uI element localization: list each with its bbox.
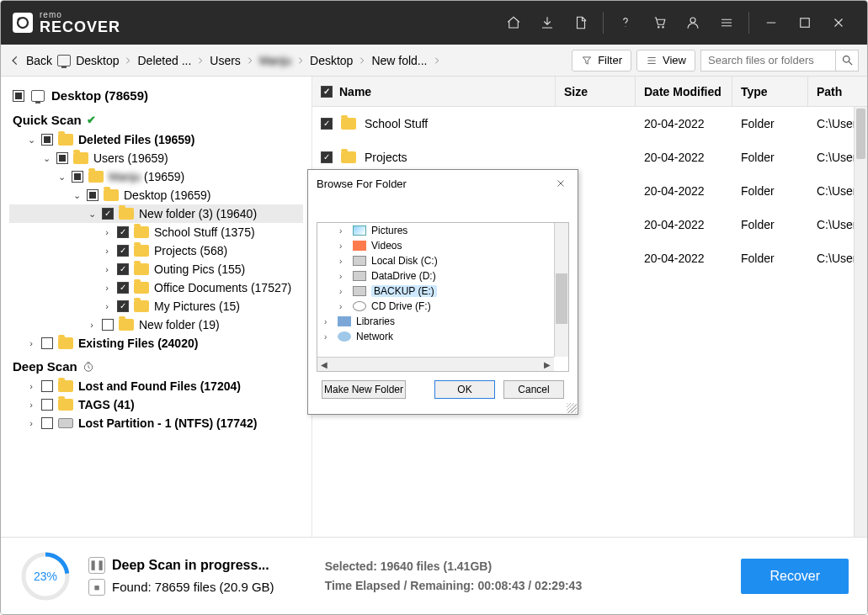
breadcrumb-item[interactable]: Users bbox=[210, 54, 241, 67]
expand-toggle[interactable]: › bbox=[26, 400, 36, 410]
download-icon[interactable] bbox=[530, 1, 564, 45]
row-checkbox[interactable] bbox=[321, 118, 333, 130]
cancel-button[interactable]: Cancel bbox=[503, 380, 564, 399]
vertical-scrollbar[interactable] bbox=[854, 107, 867, 538]
expand-toggle[interactable]: › bbox=[102, 246, 112, 256]
node-checkbox[interactable] bbox=[117, 245, 129, 257]
expand-arrow-icon[interactable]: › bbox=[339, 302, 348, 311]
tree-node[interactable]: ›Outing Pics (155) bbox=[9, 260, 303, 278]
tree-node[interactable]: ⌄Manju (19659) bbox=[9, 167, 303, 186]
dialog-title-bar[interactable]: Browse For Folder bbox=[308, 170, 578, 197]
dialog-tree-item[interactable]: ›Libraries bbox=[317, 314, 568, 329]
expand-toggle[interactable]: › bbox=[102, 264, 112, 274]
tree-node[interactable]: ›TAGS (41) bbox=[9, 395, 303, 414]
expand-toggle[interactable]: ⌄ bbox=[56, 172, 67, 183]
expand-toggle[interactable]: ⌄ bbox=[41, 153, 51, 164]
cart-icon[interactable] bbox=[642, 1, 676, 45]
tree-node[interactable]: ⌄Users (19659) bbox=[9, 149, 303, 167]
dialog-tree-item[interactable]: ›Local Disk (C:) bbox=[317, 253, 568, 268]
expand-toggle[interactable]: › bbox=[26, 418, 36, 428]
expand-arrow-icon[interactable]: › bbox=[339, 272, 348, 281]
dialog-tree-item[interactable]: ›DataDrive (D:) bbox=[317, 268, 568, 284]
tree-node[interactable]: ›Office Documents (17527) bbox=[9, 278, 303, 297]
col-size[interactable]: Size bbox=[556, 77, 636, 106]
breadcrumb-item[interactable]: New fold... bbox=[371, 54, 427, 67]
col-date[interactable]: Date Modified bbox=[636, 77, 732, 106]
expand-arrow-icon[interactable]: › bbox=[339, 257, 348, 266]
node-checkbox[interactable] bbox=[41, 399, 53, 411]
dialog-tree-item[interactable]: ›Network bbox=[317, 329, 568, 344]
tree-node[interactable]: ›School Stuff (1375) bbox=[9, 223, 303, 241]
tree-node[interactable]: ›New folder (19) bbox=[9, 315, 303, 334]
node-checkbox[interactable] bbox=[72, 171, 83, 183]
tree-node[interactable]: ⌄Deleted Files (19659) bbox=[9, 130, 303, 149]
node-checkbox[interactable] bbox=[41, 337, 53, 349]
expand-toggle[interactable]: › bbox=[26, 381, 36, 391]
tree-node[interactable]: ›Projects (568) bbox=[9, 241, 303, 260]
dialog-tree-item[interactable]: ›Pictures bbox=[317, 223, 568, 238]
maximize-icon[interactable] bbox=[788, 1, 822, 45]
node-checkbox[interactable] bbox=[102, 319, 114, 331]
select-all-checkbox[interactable] bbox=[321, 86, 333, 98]
node-checkbox[interactable] bbox=[117, 226, 129, 238]
expand-toggle[interactable]: ⌄ bbox=[26, 135, 36, 146]
search-input[interactable] bbox=[700, 50, 835, 72]
tree-node[interactable]: ⌄New folder (3) (19640) bbox=[9, 204, 303, 223]
expand-arrow-icon[interactable]: › bbox=[324, 317, 333, 326]
dialog-close-button[interactable] bbox=[552, 175, 569, 192]
breadcrumb-item[interactable]: Manju bbox=[259, 54, 291, 67]
view-button[interactable]: View bbox=[636, 50, 695, 72]
user-icon[interactable] bbox=[676, 1, 710, 45]
node-checkbox[interactable] bbox=[102, 208, 114, 220]
close-icon[interactable] bbox=[822, 1, 855, 45]
expand-toggle[interactable]: ⌄ bbox=[72, 190, 82, 201]
expand-arrow-icon[interactable]: › bbox=[339, 287, 348, 296]
dialog-resize-handle[interactable] bbox=[567, 403, 577, 413]
dialog-tree-item[interactable]: ›CD Drive (F:) bbox=[317, 299, 568, 314]
ok-button[interactable]: OK bbox=[434, 380, 495, 399]
back-button[interactable]: Back bbox=[9, 54, 52, 67]
tree-node[interactable]: ›My Pictures (15) bbox=[9, 297, 303, 315]
export-icon[interactable] bbox=[564, 1, 598, 45]
pause-button[interactable]: ❚❚ bbox=[88, 557, 105, 574]
node-checkbox[interactable] bbox=[117, 300, 129, 312]
root-checkbox[interactable] bbox=[13, 90, 24, 102]
tree-node[interactable]: ›Lost Partition - 1 (NTFS) (17742) bbox=[9, 414, 303, 432]
dialog-tree-item[interactable]: ›BACKUP (E:) bbox=[317, 284, 568, 299]
dialog-hscrollbar[interactable]: ◀▶ bbox=[317, 357, 554, 371]
expand-toggle[interactable]: › bbox=[102, 301, 112, 311]
recover-button[interactable]: Recover bbox=[741, 559, 849, 594]
search-button[interactable] bbox=[835, 50, 859, 72]
col-name[interactable]: Name bbox=[312, 77, 556, 106]
menu-icon[interactable] bbox=[710, 1, 743, 45]
minimize-icon[interactable] bbox=[754, 1, 788, 45]
expand-toggle[interactable]: › bbox=[26, 338, 36, 348]
col-type[interactable]: Type bbox=[732, 77, 808, 106]
expand-toggle[interactable]: › bbox=[102, 283, 112, 293]
node-checkbox[interactable] bbox=[41, 134, 53, 146]
stop-button[interactable]: ■ bbox=[88, 579, 105, 596]
breadcrumb-item[interactable]: Desktop bbox=[310, 54, 353, 67]
expand-arrow-icon[interactable]: › bbox=[339, 241, 348, 251]
breadcrumb-item[interactable]: Deleted ... bbox=[137, 54, 191, 67]
expand-toggle[interactable]: › bbox=[102, 227, 112, 237]
expand-toggle[interactable]: ⌄ bbox=[87, 209, 97, 220]
home-icon[interactable] bbox=[497, 1, 530, 45]
expand-arrow-icon[interactable]: › bbox=[339, 226, 348, 236]
sidebar-root[interactable]: Desktop (78659) bbox=[9, 85, 303, 106]
dialog-tree-item[interactable]: ›Videos bbox=[317, 238, 568, 253]
expand-arrow-icon[interactable]: › bbox=[324, 332, 333, 342]
help-icon[interactable] bbox=[609, 1, 642, 45]
breadcrumb-item[interactable]: Desktop bbox=[57, 54, 119, 67]
file-row[interactable]: School Stuff20-04-2022FolderC:\Users bbox=[312, 107, 867, 140]
tree-node[interactable]: ⌄Desktop (19659) bbox=[9, 186, 303, 204]
filter-button[interactable]: Filter bbox=[572, 50, 631, 72]
node-checkbox[interactable] bbox=[41, 380, 53, 392]
tree-node[interactable]: ›Lost and Found Files (17204) bbox=[9, 377, 303, 395]
dialog-folder-tree[interactable]: ›Pictures›Videos›Local Disk (C:)›DataDri… bbox=[317, 222, 569, 372]
node-checkbox[interactable] bbox=[56, 152, 68, 164]
make-new-folder-button[interactable]: Make New Folder bbox=[322, 380, 406, 399]
node-checkbox[interactable] bbox=[41, 417, 53, 429]
node-checkbox[interactable] bbox=[117, 263, 129, 275]
tree-node[interactable]: ›Existing Files (24020) bbox=[9, 334, 303, 353]
